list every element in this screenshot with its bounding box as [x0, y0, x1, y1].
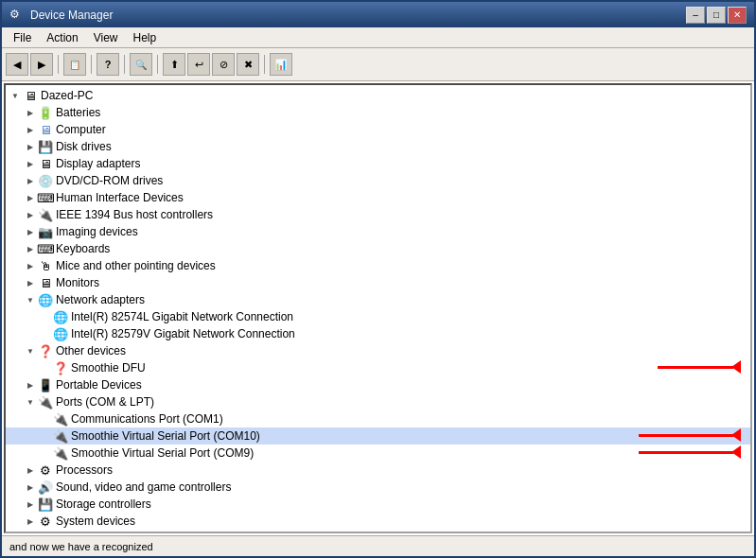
icon-diskdrives: 💾	[38, 139, 53, 154]
device-tree[interactable]: 🖥 Dazed-PC 🔋 Batteries 🖥 Computer 💾 Disk…	[4, 83, 752, 533]
help-button[interactable]: ?	[97, 53, 119, 76]
icon-ieee: 🔌	[38, 207, 53, 222]
icon-imaging: 📷	[38, 224, 53, 239]
icon-smoothiedfu: ❓	[53, 360, 68, 375]
expander-processors[interactable]	[23, 462, 38, 478]
tree-node-pc[interactable]: 🖥 Dazed-PC	[6, 87, 750, 104]
toolbar: ◀ ▶ 📋 ? 🔍 ⬆ ↩ ⊘ ✖ 📊	[2, 48, 754, 81]
expander-nic2	[38, 326, 53, 341]
toolbar-separator-2	[91, 55, 92, 74]
maximize-button[interactable]: □	[707, 7, 726, 24]
expander-storage[interactable]	[23, 497, 38, 512]
minimize-button[interactable]: –	[686, 7, 705, 24]
label-computer: Computer	[56, 121, 106, 138]
expander-system[interactable]	[23, 514, 38, 529]
expander-sound[interactable]	[23, 480, 38, 495]
back-button[interactable]: ◀	[6, 53, 28, 76]
label-diskdrives: Disk drives	[56, 138, 112, 155]
toolbar-separator-4	[157, 55, 158, 74]
disable-button[interactable]: ⊘	[212, 53, 235, 76]
title-controls: – □ ✕	[686, 7, 747, 24]
tree-node-ieee[interactable]: 🔌 IEEE 1394 Bus host controllers	[6, 206, 750, 223]
expander-imaging[interactable]	[23, 224, 38, 239]
tree-node-nic2[interactable]: 🌐 Intel(R) 82579V Gigabit Network Connec…	[6, 325, 750, 342]
expander-ieee[interactable]	[23, 207, 38, 222]
label-dvd: DVD/CD-ROM drives	[56, 172, 163, 189]
tree-node-com10[interactable]: 🔌 Smoothie Virtual Serial Port (COM10)	[6, 427, 750, 445]
expander-mice[interactable]	[23, 258, 38, 273]
menu-file[interactable]: File	[6, 29, 39, 46]
icon-storage: 💾	[38, 497, 53, 512]
tree-node-diskdrives[interactable]: 💾 Disk drives	[6, 138, 750, 155]
expander-dvd[interactable]	[23, 173, 38, 188]
menu-help[interactable]: Help	[126, 29, 165, 46]
label-processors: Processors	[56, 462, 113, 479]
label-system: System devices	[56, 513, 135, 530]
label-com9: Smoothie Virtual Serial Port (COM9)	[71, 445, 254, 462]
label-com1: Communications Port (COM1)	[71, 410, 223, 427]
properties-button[interactable]: 📋	[63, 53, 86, 76]
close-button[interactable]: ✕	[728, 7, 747, 24]
expander-portable[interactable]	[23, 377, 38, 392]
tree-node-batteries[interactable]: 🔋 Batteries	[6, 104, 750, 121]
menu-view[interactable]: View	[86, 29, 126, 46]
tree-node-monitors[interactable]: 🖥 Monitors	[6, 274, 750, 291]
resources-button[interactable]: 📊	[270, 53, 292, 76]
icon-nic1: 🌐	[53, 309, 68, 324]
expander-com10	[38, 428, 53, 444]
expander-network[interactable]	[23, 292, 38, 307]
menu-action[interactable]: Action	[39, 29, 85, 46]
tree-node-nic1[interactable]: 🌐 Intel(R) 82574L Gigabit Network Connec…	[6, 308, 750, 325]
label-keyboards: Keyboards	[56, 240, 110, 257]
tree-node-storage[interactable]: 💾 Storage controllers	[6, 496, 750, 513]
icon-monitors: 🖥	[38, 275, 53, 290]
expander-computer[interactable]	[23, 122, 38, 137]
icon-ports: 🔌	[38, 394, 53, 410]
label-mice: Mice and other pointing devices	[56, 257, 216, 274]
tree-node-mice[interactable]: 🖱 Mice and other pointing devices	[6, 257, 750, 274]
tree-node-smoothiedfu[interactable]: ❓ Smoothie DFU	[6, 359, 750, 376]
tree-node-keyboards[interactable]: ⌨ Keyboards	[6, 240, 750, 257]
toolbar-separator-3	[124, 55, 125, 74]
expander-displayadapters[interactable]	[23, 156, 38, 171]
status-text: and now we have a recognized	[9, 541, 153, 552]
icon-nic2: 🌐	[53, 326, 68, 341]
icon-displayadapters: 🖥	[38, 156, 53, 171]
expander-pc[interactable]	[8, 88, 23, 103]
main-area: 🖥 Dazed-PC 🔋 Batteries 🖥 Computer 💾 Disk…	[2, 81, 754, 535]
uninstall-button[interactable]: ✖	[237, 53, 259, 76]
label-smoothiedfu: Smoothie DFU	[71, 359, 146, 376]
tree-node-ports[interactable]: 🔌 Ports (COM & LPT)	[6, 393, 750, 410]
tree-node-hid[interactable]: ⌨ Human Interface Devices	[6, 189, 750, 206]
tree-node-portable[interactable]: 📱 Portable Devices	[6, 376, 750, 393]
tree-node-dvd[interactable]: 💿 DVD/CD-ROM drives	[6, 172, 750, 189]
expander-batteries[interactable]	[23, 105, 38, 120]
tree-node-imaging[interactable]: 📷 Imaging devices	[6, 223, 750, 240]
label-sound: Sound, video and game controllers	[56, 479, 231, 496]
update-button[interactable]: ⬆	[163, 53, 185, 76]
icon-sound: 🔊	[38, 480, 53, 495]
tree-node-network[interactable]: 🌐 Network adapters	[6, 291, 750, 308]
icon-portable: 📱	[38, 377, 53, 392]
forward-button[interactable]: ▶	[30, 53, 53, 76]
tree-node-computer[interactable]: 🖥 Computer	[6, 121, 750, 138]
tree-node-com1[interactable]: 🔌 Communications Port (COM1)	[6, 410, 750, 427]
tree-node-processors[interactable]: ⚙ Processors	[6, 462, 750, 479]
expander-diskdrives[interactable]	[23, 139, 38, 154]
rollback-button[interactable]: ↩	[187, 53, 210, 76]
label-other: Other devices	[56, 342, 126, 359]
expander-ports[interactable]	[23, 394, 38, 410]
label-monitors: Monitors	[56, 274, 99, 291]
label-displayadapters: Display adapters	[56, 155, 140, 172]
tree-node-system[interactable]: ⚙ System devices	[6, 513, 750, 530]
tree-node-other[interactable]: ❓ Other devices	[6, 342, 750, 359]
arrow-com10	[639, 428, 741, 442]
expander-monitors[interactable]	[23, 275, 38, 290]
expander-com1	[38, 411, 53, 427]
tree-node-sound[interactable]: 🔊 Sound, video and game controllers	[6, 479, 750, 496]
tree-node-com9[interactable]: 🔌 Smoothie Virtual Serial Port (COM9)	[6, 445, 750, 462]
expander-other[interactable]	[23, 343, 38, 358]
scan-button[interactable]: 🔍	[130, 53, 152, 76]
label-nic1: Intel(R) 82574L Gigabit Network Connecti…	[71, 308, 293, 325]
tree-node-displayadapters[interactable]: 🖥 Display adapters	[6, 155, 750, 172]
